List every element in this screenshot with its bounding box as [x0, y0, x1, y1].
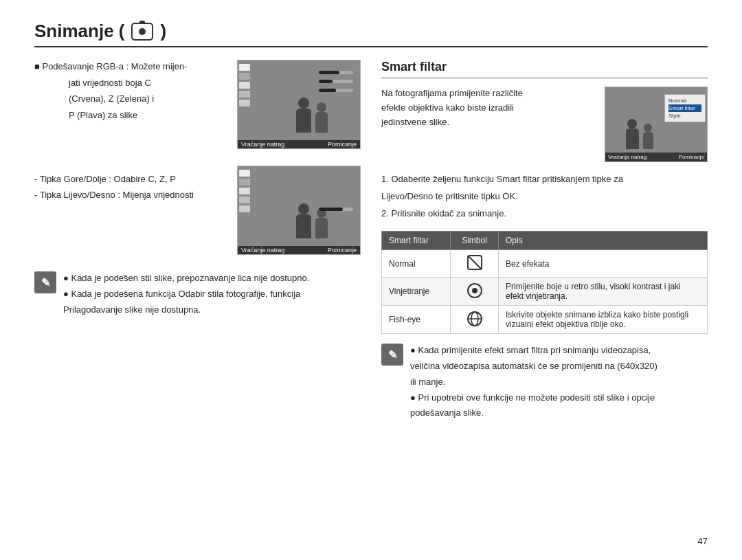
note-left-line2: ● Kada je podešena funkcija Odabir stila… [63, 287, 309, 302]
symbol-vignette [451, 278, 499, 306]
right-intro-2: efekte objektiva kako biste izradili [381, 101, 594, 115]
note-left-line1: ● Kada je podešen stil slike, prepoznava… [63, 271, 309, 286]
symbol-fisheye [451, 306, 499, 334]
camera-icon [131, 23, 153, 41]
page-title: Snimanje ( ) [34, 21, 708, 47]
sliders-1 [319, 71, 353, 92]
tips-line2: - Tipka Lijevo/Desno : Mijenja vrijednos… [34, 188, 223, 202]
smart-filter-title: Smart filtar [381, 60, 708, 78]
right-intro-3: jedinstvene slike. [381, 115, 594, 130]
preview-footer-1: Vraćanje natrag Pomicanje [238, 140, 360, 148]
right-preview: Normal Smart filtar Style Vraćanje natra… [605, 87, 708, 162]
title-text-before: Snimanje ( [34, 21, 124, 42]
right-note-box: ✎ ● Kada primijenite efekt smart filtra … [381, 344, 708, 422]
preview-footer-2: Vraćanje natrag Pomicanje [238, 246, 360, 254]
preview-sidebar-1 [239, 64, 250, 107]
preview-footer-left-1: Vraćanje natrag [241, 141, 284, 148]
rgb-section: ■ Podešavanje RGB-a : Možete mijen- jati… [34, 60, 361, 156]
left-note-box: ✎ ● Kada je podešen stil slike, prepozna… [34, 271, 361, 318]
preview-sidebar-2 [239, 170, 250, 212]
sliders-2 [319, 208, 353, 211]
step1: 1. Odaberite željenu funkciju Smart filt… [381, 172, 708, 187]
title-text-after: ) [160, 21, 166, 42]
tips-text: - Tipka Gore/Dolje : Odabire C, Z, P - T… [34, 166, 223, 262]
table-row: Vinjetiranje Primijenite boje u retro st… [382, 278, 708, 306]
table-header-filter: Smart filtar [382, 232, 451, 250]
table-row: Normal Bez efekata [382, 250, 708, 278]
preview-wrapper-2: Vraćanje natrag Pomicanje [237, 166, 361, 262]
right-note-5: podešavanja slike. [410, 406, 657, 421]
camera-preview-1: Vraćanje natrag Pomicanje [237, 60, 361, 149]
svg-point-3 [472, 288, 477, 293]
right-preview-overlay: Vraćanje natrag Pomicanje [605, 153, 707, 161]
couple-image-2 [267, 170, 357, 238]
filter-table: Smart filtar Simbol Opis Normal Bez e [381, 231, 708, 334]
step1b: Lijevo/Desno te pritisnite tipku OK. [381, 189, 708, 204]
tips-section: - Tipka Gore/Dolje : Odabire C, Z, P - T… [34, 166, 361, 262]
right-preview-footer-left: Vraćanje natrag [608, 154, 647, 160]
normal-symbol-icon [466, 254, 483, 271]
right-note-3: ili manje. [410, 375, 657, 390]
right-preview-menu: Normal Smart filtar Style [664, 94, 706, 122]
preview-footer-right-1: Pomicanje [328, 141, 357, 148]
note-text-right: ● Kada primijenite efekt smart filtra pr… [410, 344, 657, 422]
note-left-line3: Prilagođavanje slike nije dostupna. [63, 303, 309, 317]
step2: 2. Pritisnite okidač za snimanje. [381, 206, 708, 221]
vignette-symbol-icon [466, 282, 483, 299]
right-intro-section: Na fotografijama primijenite različite e… [381, 87, 708, 162]
preview-footer-right-2: Pomicanje [328, 247, 357, 254]
filter-name-fisheye: Fish-eye [382, 306, 451, 334]
note-text-left: ● Kada je podešen stil slike, prepoznava… [63, 271, 309, 318]
rgb-line3: (Crvena), Z (Zelena) i [34, 92, 223, 106]
table-header-desc: Opis [499, 232, 708, 250]
right-note-1: ● Kada primijenite efekt smart filtra pr… [410, 344, 657, 358]
rgb-line2: jati vrijednosti boja C [34, 76, 223, 90]
page-number: 47 [698, 536, 708, 546]
menu-item-other: Style [668, 112, 701, 120]
svg-line-1 [468, 256, 482, 269]
preview-footer-left-2: Vraćanje natrag [241, 247, 284, 254]
filter-name-normal: Normal [382, 250, 451, 278]
table-header-symbol: Simbol [451, 232, 499, 250]
steps-section: 1. Odaberite željenu funkciju Smart filt… [381, 172, 708, 221]
preview-wrapper-1: Vraćanje natrag Pomicanje [237, 60, 361, 156]
symbol-normal [451, 250, 499, 278]
filter-name-vignette: Vinjetiranje [382, 278, 451, 306]
note-icon-left: ✎ [34, 271, 56, 293]
tips-line1: - Tipka Gore/Dolje : Odabire C, Z, P [34, 172, 223, 186]
right-note-4: ● Pri upotrebi ove funkcije ne možete po… [410, 391, 657, 405]
rgb-line4: P (Plava) za slike [34, 109, 223, 122]
right-note-2: veličina videozapisa automatski će se pr… [410, 359, 657, 374]
camera-preview-2: Vraćanje natrag Pomicanje [237, 166, 361, 255]
right-intro-text: Na fotografijama primijenite različite e… [381, 87, 594, 162]
menu-item-normal: Normal [668, 97, 701, 104]
right-preview-footer-right: Pomicanje [679, 154, 704, 160]
left-column: ■ Podešavanje RGB-a : Možete mijen- jati… [34, 60, 361, 422]
filter-desc-vignette: Primijenite boje u retro stilu, visoki k… [499, 278, 708, 306]
rgb-text: ■ Podešavanje RGB-a : Možete mijen- jati… [34, 60, 223, 156]
right-column: Smart filtar Na fotografijama primijenit… [381, 60, 708, 422]
rgb-line1: ■ Podešavanje RGB-a : Možete mijen- [34, 60, 223, 74]
right-intro-1: Na fotografijama primijenite različite [381, 87, 594, 101]
menu-item-smart-filter: Smart filtar [668, 104, 701, 112]
note-icon-right: ✎ [381, 344, 403, 366]
filter-desc-fisheye: Iskrivite objekte snimane izbliza kako b… [499, 306, 708, 334]
filter-desc-normal: Bez efekata [499, 250, 708, 278]
table-row: Fish-eye Iskrivite objekte snimane izbli… [382, 306, 708, 334]
fisheye-symbol-icon [466, 311, 483, 327]
main-layout: ■ Podešavanje RGB-a : Možete mijen- jati… [34, 60, 708, 422]
